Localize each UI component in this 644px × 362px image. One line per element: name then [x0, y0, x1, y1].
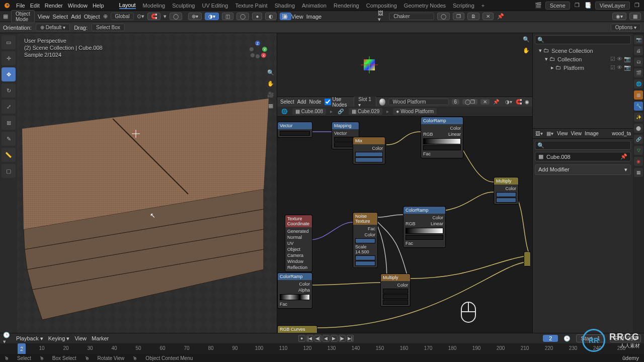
tool-select-box[interactable]: ▭: [2, 35, 16, 49]
tool-transform[interactable]: ⊞: [2, 116, 16, 130]
ws-anim[interactable]: Animation: [302, 3, 327, 9]
tab-constraints[interactable]: 🔗: [634, 135, 643, 144]
tab-scene[interactable]: 🎬: [634, 68, 643, 77]
outliner-platform[interactable]: ▸ 🗀 Platform ☑👁📷: [535, 63, 631, 72]
menu-file[interactable]: File: [16, 3, 25, 9]
img-image[interactable]: Image: [306, 14, 322, 20]
gizmo-toggle[interactable]: ⊕▾: [188, 13, 202, 20]
jump-start-icon[interactable]: |◀: [306, 335, 313, 342]
img-view[interactable]: View: [291, 14, 303, 20]
ws-shading[interactable]: Shading: [275, 3, 295, 9]
scene-field[interactable]: Scene: [545, 2, 570, 10]
material-slot[interactable]: Slot 1 ▾: [354, 96, 376, 108]
clock-icon[interactable]: 🕒: [563, 334, 571, 342]
editor-type-image-icon[interactable]: 🖼: [280, 13, 288, 21]
shader-node-graph[interactable]: Vector Mapping Vector Mix Color ColorRam…: [277, 117, 532, 333]
play-icon[interactable]: ▶: [331, 335, 338, 342]
menu-render[interactable]: Render: [45, 3, 63, 9]
ib-view2[interactable]: View: [571, 131, 582, 136]
overlay-toggle[interactable]: ◑▾: [205, 13, 219, 20]
img-editor-type-icon[interactable]: 🖼▾: [535, 130, 543, 138]
tab-world[interactable]: 🌐: [634, 79, 643, 88]
material-name-field[interactable]: Wood Platform: [388, 99, 449, 105]
node-tex-coord[interactable]: Texture Coordinate Generated Normal UV O…: [285, 215, 312, 272]
next-key-icon[interactable]: |▶: [339, 335, 346, 342]
ib-image-name[interactable]: wood_ta: [612, 131, 631, 136]
orientation-dropdown[interactable]: Global: [111, 13, 134, 20]
new-viewlayer-icon[interactable]: ❐: [633, 2, 641, 10]
tab-modifier[interactable]: 🔧: [634, 102, 643, 111]
outliner[interactable]: 🔍 ▾ 🗀 Scene Collection ▾ 🗀 Collection ☑👁…: [533, 33, 633, 129]
menu-edit[interactable]: Edit: [30, 3, 40, 9]
use-nodes-checkbox[interactable]: Use Nodes: [325, 97, 351, 108]
move-view-icon[interactable]: ✋: [267, 79, 275, 87]
drag-value[interactable]: Select Box: [92, 24, 125, 31]
snap-target-icon[interactable]: ▾: [164, 13, 167, 21]
mode-dropdown[interactable]: Object Mode: [11, 10, 35, 23]
proportional-toggle[interactable]: ◯: [170, 13, 182, 20]
timeline-ruler[interactable]: 2 21020304050607080901001101201301401501…: [0, 343, 644, 354]
tl-keying[interactable]: Keying ▾: [48, 335, 70, 342]
nav-gizmo[interactable]: Z Y X: [247, 38, 269, 60]
sh-backdrop[interactable]: ◉: [525, 99, 529, 105]
play-rev-icon[interactable]: ◀: [323, 335, 330, 342]
outliner-search[interactable]: 🔍: [535, 35, 631, 44]
node-value-in[interactable]: Vector: [277, 122, 312, 138]
v3d-add[interactable]: Add: [71, 14, 81, 20]
ws-texpaint[interactable]: Texture Paint: [235, 3, 267, 9]
tab-material[interactable]: ◉: [634, 157, 643, 166]
node-noise[interactable]: Noise Texture Fac Color Scale 14.500: [353, 212, 378, 268]
props-object-name[interactable]: ▦ Cube.008📌: [535, 152, 631, 161]
node-rgb-curves[interactable]: RGB Curves: [277, 325, 317, 333]
camera-icon[interactable]: 🎥: [267, 90, 275, 99]
viewlayer-field[interactable]: ViewLayer: [595, 2, 630, 10]
jump-end-icon[interactable]: ▶|: [347, 335, 354, 342]
pivot-icon[interactable]: ⊙▾: [137, 13, 144, 21]
snap-toggle[interactable]: 🧲: [147, 13, 160, 20]
linked-image-icon[interactable]: 🖼▾: [378, 13, 386, 21]
image-name-field[interactable]: Chaker: [389, 13, 434, 20]
menu-help[interactable]: Help: [93, 3, 104, 9]
node-mix1[interactable]: Mix Color: [353, 137, 385, 164]
tool-move[interactable]: ✥: [2, 67, 16, 81]
sh-snap-icon[interactable]: 🧲: [515, 98, 522, 106]
img-mode-icon[interactable]: ▦▾: [546, 130, 554, 138]
ws-layout[interactable]: Layout: [119, 2, 136, 9]
excl-icon[interactable]: ☑: [610, 56, 615, 62]
options-dropdown[interactable]: Options ▾: [611, 24, 641, 31]
tl-playback[interactable]: Playback ▾: [16, 335, 43, 342]
img-slot1[interactable]: ◯: [437, 13, 450, 20]
mat-pin-icon[interactable]: 📌: [493, 98, 499, 106]
pin-icon[interactable]: 📌: [497, 13, 505, 21]
outliner-collection[interactable]: ▾ 🗀 Collection ☑👁📷: [535, 55, 631, 63]
shading-matprev[interactable]: ◐: [265, 13, 277, 20]
v3d-select[interactable]: Select: [53, 14, 68, 20]
v3d-view[interactable]: View: [38, 14, 50, 20]
ib-image[interactable]: Image: [585, 131, 599, 136]
add-modifier-button[interactable]: Add Modifier▾: [535, 164, 631, 175]
img-hand-icon[interactable]: ✋: [522, 46, 530, 54]
tab-texture[interactable]: ▦: [634, 168, 643, 177]
material-ball-icon[interactable]: [379, 99, 385, 106]
node-multiply2[interactable]: Multiply Color: [380, 274, 411, 307]
node-colorramp-bottom[interactable]: ColorRamp Color Alpha Fac: [277, 273, 312, 309]
tab-data[interactable]: ▽: [634, 146, 643, 155]
props-search[interactable]: 🔍: [535, 141, 631, 150]
sh-overlay-icon[interactable]: ◑▾: [505, 98, 512, 106]
tab-object[interactable]: ▦: [634, 90, 643, 100]
img-close[interactable]: ✕: [482, 13, 494, 20]
tool-addcube[interactable]: ▢: [2, 164, 16, 178]
orientation-value[interactable]: ⊕ Default ▾: [36, 24, 70, 31]
eye-icon[interactable]: 👁: [617, 56, 622, 62]
node-multiply[interactable]: Multiply Color: [494, 177, 519, 205]
crumb-b[interactable]: ▦ Cube.029: [349, 108, 382, 115]
node-output-stub[interactable]: [524, 251, 531, 266]
autokey-icon[interactable]: ●: [298, 335, 305, 342]
tab-particles[interactable]: ✨: [634, 113, 643, 122]
new-scene-icon[interactable]: ❐: [573, 2, 581, 10]
ws-sculpting[interactable]: Sculpting: [172, 3, 195, 9]
v3d-object[interactable]: Object: [84, 14, 100, 20]
prev-key-icon[interactable]: ◀|: [314, 335, 321, 342]
tool-measure[interactable]: 📏: [2, 148, 16, 162]
mat-unlink[interactable]: ✕: [480, 99, 490, 105]
